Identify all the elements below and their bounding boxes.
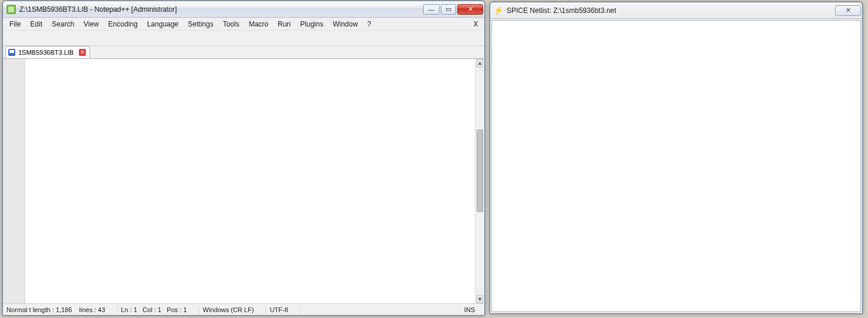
npp-titlebar[interactable]: Z:\1SMB5936BT3.LIB - Notepad++ [Administ… bbox=[3, 1, 484, 18]
npp-statusbar: Normal t length : 1,186 lines : 43 Ln : … bbox=[3, 303, 484, 315]
close-button[interactable]: ✕ bbox=[457, 4, 483, 15]
npp-toolbar bbox=[3, 31, 484, 46]
vertical-scrollbar[interactable]: ▲ ▼ bbox=[475, 59, 484, 303]
menu-settings[interactable]: Settings bbox=[184, 19, 217, 29]
menu-file[interactable]: File bbox=[5, 19, 25, 29]
line-number-gutter bbox=[3, 59, 25, 303]
menu-macro[interactable]: Macro bbox=[245, 19, 272, 29]
scroll-down-arrow-icon[interactable]: ▼ bbox=[477, 295, 483, 303]
notepadpp-window: Z:\1SMB5936BT3.LIB - Notepad++ [Administ… bbox=[2, 1, 485, 316]
menu-edit[interactable]: Edit bbox=[26, 19, 46, 29]
menu-[interactable]: ? bbox=[363, 19, 375, 29]
ltspice-icon: ⚡ bbox=[494, 6, 503, 15]
npp-tabstrip: 1SMB5936BT3.LIB × bbox=[3, 46, 484, 59]
menu-search[interactable]: Search bbox=[48, 19, 78, 29]
menu-tools[interactable]: Tools bbox=[219, 19, 244, 29]
tab-close-icon[interactable]: × bbox=[79, 49, 86, 56]
status-encoding: UTF-8 bbox=[270, 306, 300, 313]
scroll-thumb[interactable] bbox=[477, 130, 483, 212]
spice-window: ⚡ SPICE Netlist: Z:\1smb5936bt3.net ✕ bbox=[490, 2, 863, 314]
spice-title-text: SPICE Netlist: Z:\1smb5936bt3.net bbox=[507, 6, 834, 15]
status-insertmode: INS bbox=[464, 306, 477, 313]
menu-run[interactable]: Run bbox=[274, 19, 295, 29]
notepadpp-icon bbox=[6, 5, 16, 14]
spice-text-area[interactable] bbox=[491, 20, 861, 312]
minimize-button[interactable]: — bbox=[423, 4, 440, 15]
status-caret: Ln : 1 Col : 1 Pos : 1 bbox=[121, 306, 199, 313]
menu-plugins[interactable]: Plugins bbox=[296, 19, 327, 29]
disk-icon bbox=[8, 49, 15, 56]
scroll-up-arrow-icon[interactable]: ▲ bbox=[477, 59, 483, 67]
menu-view[interactable]: View bbox=[79, 19, 103, 29]
tab-active[interactable]: 1SMB5936BT3.LIB × bbox=[5, 46, 90, 58]
close-doc-x[interactable]: X bbox=[470, 19, 482, 29]
menu-window[interactable]: Window bbox=[328, 19, 362, 29]
maximize-button[interactable]: ▭ bbox=[441, 4, 456, 15]
menu-language[interactable]: Language bbox=[143, 19, 182, 29]
tab-label: 1SMB5936BT3.LIB bbox=[18, 49, 74, 56]
spice-close-button[interactable]: ✕ bbox=[835, 5, 861, 16]
menu-encoding[interactable]: Encoding bbox=[104, 19, 142, 29]
npp-menubar: FileEditSearchViewEncodingLanguageSettin… bbox=[3, 18, 484, 31]
npp-editor[interactable]: ▲ ▼ bbox=[3, 59, 484, 303]
npp-title-text: Z:\1SMB5936BT3.LIB - Notepad++ [Administ… bbox=[19, 5, 422, 14]
status-eol: Windows (CR LF) bbox=[203, 306, 267, 313]
spice-titlebar[interactable]: ⚡ SPICE Netlist: Z:\1smb5936bt3.net ✕ bbox=[490, 2, 862, 19]
code-area[interactable] bbox=[25, 59, 475, 303]
status-filetype: Normal t length : 1,186 lines : 43 bbox=[6, 306, 118, 313]
